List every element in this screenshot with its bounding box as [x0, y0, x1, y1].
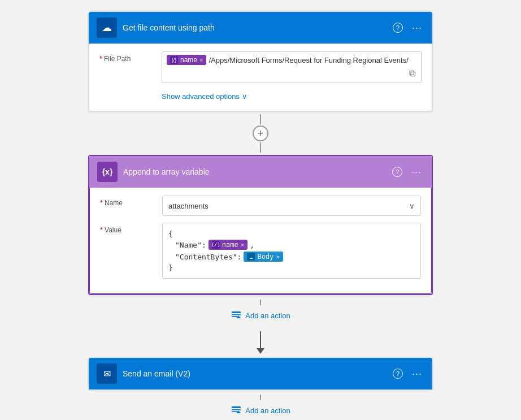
send-email-more-button[interactable]: ···	[410, 367, 424, 381]
name-value-token[interactable]: {/} name ×	[209, 240, 248, 250]
send-email-title: Send an email (V2)	[123, 369, 390, 378]
add-action-button-1[interactable]: Add an action	[231, 305, 290, 326]
send-email-more-icon: ···	[412, 368, 422, 380]
name-key: "Name":	[175, 241, 206, 249]
append-help-icon: ?	[392, 167, 402, 177]
get-file-card: ☁ Get file content using path ? ··· File…	[88, 11, 433, 112]
more-icon: ···	[412, 22, 422, 34]
arrow-head-1	[257, 348, 264, 354]
token-purple-icon: {/}	[170, 56, 178, 64]
name-select-value: attachments	[168, 202, 209, 210]
file-path-input[interactable]: {/} name × /Apps/Microsoft Forms/Request…	[162, 51, 422, 83]
send-email-actions: ? ···	[390, 367, 424, 381]
name-token-close[interactable]: ×	[199, 57, 203, 63]
name-select-chevron: ∨	[409, 202, 415, 210]
folder-icon: ⧉	[409, 68, 415, 78]
body-token-label: Body	[257, 253, 273, 261]
path-text: /Apps/Microsoft Forms/Request for Fundin…	[209, 56, 408, 64]
add-action-line-top	[260, 300, 261, 305]
value-row: Value { "Name": {/} name × ,	[100, 223, 421, 279]
svg-rect-0	[232, 311, 241, 313]
append-more-icon: ···	[411, 166, 422, 178]
append-card: {x} Append to array variable ? ··· Name …	[88, 155, 433, 295]
append-card-header: {x} Append to array variable ? ···	[89, 156, 432, 188]
connector-line-top-1	[260, 114, 261, 124]
send-email-help-button[interactable]: ?	[390, 367, 405, 380]
get-file-more-button[interactable]: ···	[410, 21, 424, 35]
add-action-section-1: Add an action	[231, 300, 290, 326]
open-brace-line: {	[168, 230, 415, 238]
arrow-connector-1	[257, 331, 264, 354]
send-email-card: ✉ Send an email (V2) ? ···	[88, 357, 433, 390]
folder-button[interactable]: ⧉	[408, 67, 416, 80]
svg-rect-4	[232, 406, 241, 408]
name-value-token-close[interactable]: ×	[241, 241, 245, 249]
name-line: "Name": {/} name × ,	[168, 240, 415, 250]
show-advanced-button[interactable]: Show advanced options ∨	[162, 90, 248, 103]
append-help-button[interactable]: ?	[390, 166, 405, 178]
body-token-icon: ☁	[247, 253, 255, 261]
show-advanced-row: Show advanced options ∨	[99, 90, 422, 103]
file-path-row: File Path {/} name × /Apps/Microsoft For…	[99, 51, 422, 83]
get-file-card-header: ☁ Get file content using path ? ···	[89, 12, 432, 44]
content-bytes-line: "ContentBytes": ☁ Body ×	[168, 252, 415, 262]
outlook-icon: ✉	[103, 369, 111, 379]
svg-rect-6	[232, 411, 237, 412]
add-action-section-2: Add an action	[231, 395, 290, 420]
close-brace: }	[168, 263, 173, 272]
file-path-label: File Path	[99, 51, 162, 63]
add-action-icon-2	[231, 405, 242, 416]
get-file-actions: ? ···	[390, 21, 424, 35]
name-token-label: name	[222, 241, 238, 249]
connector-line-bottom-1	[260, 142, 261, 153]
append-card-actions: ? ···	[390, 165, 424, 179]
brace-icon: {x}	[102, 167, 113, 176]
chevron-down-icon: ∨	[242, 92, 248, 101]
canvas: ☁ Get file content using path ? ··· File…	[0, 0, 521, 420]
help-icon: ?	[393, 23, 403, 33]
value-label: Value	[100, 223, 162, 234]
append-card-body: Name attachments ∨ Value { "Name": {/}	[89, 188, 432, 294]
content-bytes-key: "ContentBytes":	[175, 253, 241, 261]
add-action-icon-1	[231, 310, 242, 321]
name-token[interactable]: {/} name ×	[167, 55, 206, 65]
add-action-button-2[interactable]: Add an action	[231, 400, 290, 420]
add-action-label-1: Add an action	[245, 311, 290, 320]
send-email-header: ✉ Send an email (V2) ? ···	[89, 358, 432, 389]
token-name-text: name	[180, 56, 197, 64]
get-file-icon: ☁	[97, 18, 117, 38]
send-email-help-icon: ?	[393, 369, 403, 379]
name-token-icon: {/}	[212, 241, 220, 249]
get-file-title: Get file content using path	[123, 23, 390, 32]
name-label: Name	[100, 196, 162, 207]
svg-rect-2	[232, 316, 237, 317]
add-action-label-2: Add an action	[245, 406, 290, 415]
connector-1: +	[253, 114, 268, 153]
get-file-body: File Path {/} name × /Apps/Microsoft For…	[89, 44, 432, 111]
arrow-line-1	[260, 331, 261, 348]
get-file-help-button[interactable]: ?	[390, 21, 405, 34]
show-advanced-text: Show advanced options	[162, 92, 240, 101]
value-editor[interactable]: { "Name": {/} name × , "ContentBytes":	[162, 223, 421, 279]
name-comma: ,	[250, 241, 254, 249]
cloud-icon: ☁	[102, 21, 112, 34]
plus-icon-1: +	[258, 128, 264, 140]
name-select[interactable]: attachments ∨	[162, 196, 421, 216]
body-token-close[interactable]: ×	[276, 253, 280, 261]
append-icon: {x}	[97, 162, 118, 182]
name-row: Name attachments ∨	[100, 196, 421, 216]
outlook-icon-container: ✉	[97, 363, 117, 384]
close-brace-line: }	[168, 263, 415, 272]
append-more-button[interactable]: ···	[409, 165, 424, 179]
svg-rect-5	[232, 409, 241, 410]
body-token[interactable]: ☁ Body ×	[244, 252, 283, 262]
svg-rect-1	[232, 314, 241, 315]
add-action-line-top-2	[260, 395, 261, 400]
add-connector-button-1[interactable]: +	[253, 125, 268, 141]
append-card-title: Append to array variable	[123, 167, 390, 176]
open-brace: {	[168, 230, 173, 238]
